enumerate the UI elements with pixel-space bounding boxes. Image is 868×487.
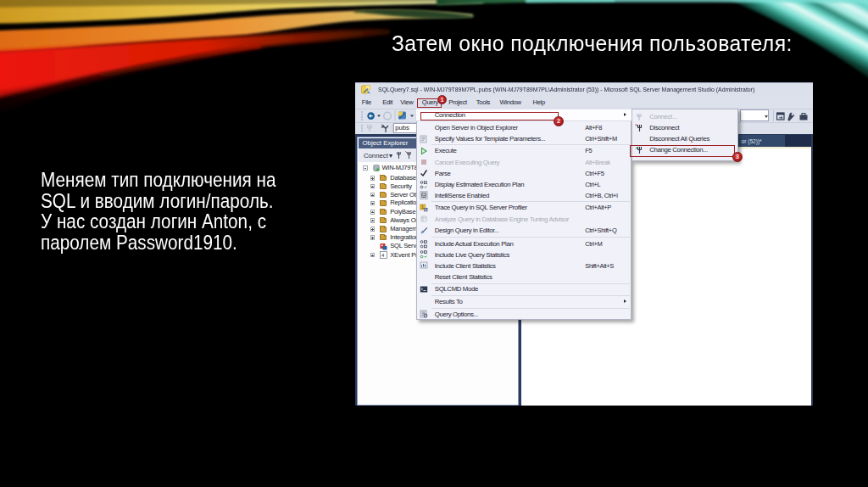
svg-text:1: 1: [421, 204, 424, 210]
